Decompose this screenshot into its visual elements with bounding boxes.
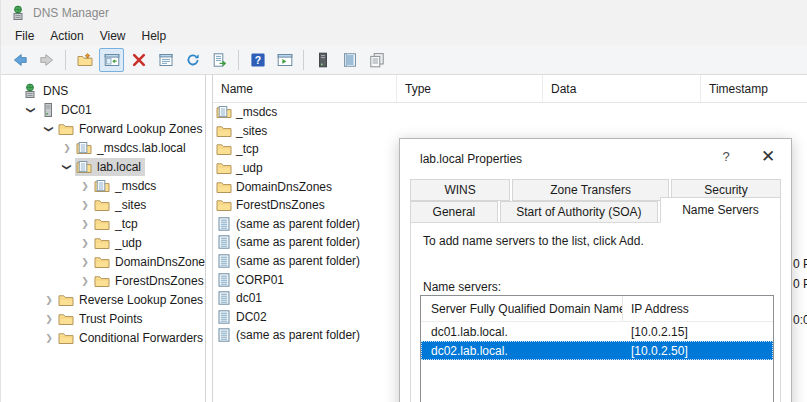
record-name: (same as parent folder)	[236, 217, 360, 231]
zone-icon	[94, 178, 110, 194]
fqdn-column-header[interactable]: Server Fully Qualified Domain Name (FQDN…	[421, 296, 622, 321]
collapsed-chevron-icon[interactable]: ❯	[77, 257, 93, 267]
tree-item-tcp[interactable]: ❯_tcp	[1, 214, 205, 233]
up-one-level-icon	[77, 52, 93, 68]
column-header-name[interactable]: Name	[213, 75, 397, 102]
tree-node[interactable]: DomainDnsZones	[93, 253, 206, 271]
list-header: Name Type Data Timestamp	[213, 75, 807, 103]
menu-file[interactable]: File	[7, 29, 42, 43]
folder-icon	[94, 235, 110, 251]
tab-name-servers[interactable]: Name Servers	[660, 197, 781, 223]
tree-item-label: Conditional Forwarders	[79, 331, 203, 345]
up-one-level-button[interactable]	[72, 48, 97, 72]
tree-node[interactable]: _msdcs.lab.local	[75, 139, 190, 157]
tree-node[interactable]: Conditional Forwarders	[57, 329, 206, 347]
name-server-row-dc01-lab-local[interactable]: dc01.lab.local.[10.0.2.15]	[421, 322, 773, 341]
back-button[interactable]	[7, 48, 32, 72]
tree-node[interactable]: Trust Points	[57, 310, 147, 328]
record-list-button[interactable]	[337, 48, 362, 72]
instruction-text: To add name servers to the list, click A…	[411, 223, 780, 248]
name-server-row-dc02-lab-local[interactable]: dc02.lab.local.[10.0.2.50]	[421, 341, 773, 360]
tree-item-sites[interactable]: ❯_sites	[1, 195, 205, 214]
dns-manager-icon	[10, 5, 26, 21]
tree-node[interactable]: Forward Lookup Zones	[57, 120, 206, 138]
tree-node[interactable]: Reverse Lookup Zones	[57, 291, 206, 309]
tree-node[interactable]: _tcp	[93, 215, 142, 233]
refresh-button[interactable]	[180, 48, 205, 72]
tree-item-forestdnszones[interactable]: ❯ForestDnsZones	[1, 271, 205, 290]
export-list-button[interactable]	[207, 48, 232, 72]
tree-item-reverse-lookup-zones[interactable]: ❯Reverse Lookup Zones	[1, 290, 205, 309]
tree-item-label: _tcp	[115, 217, 138, 231]
record-icon	[216, 290, 232, 306]
fqdn-cell: dc01.lab.local.	[421, 325, 622, 339]
menu-view[interactable]: View	[92, 29, 134, 43]
tree-item-forward-lookup-zones[interactable]: ❯Forward Lookup Zones	[1, 119, 205, 138]
tree-item-msdcs-lab-local[interactable]: ❯_msdcs.lab.local	[1, 138, 205, 157]
collapsed-chevron-icon[interactable]: ❯	[77, 200, 93, 210]
tab-row-lower: GeneralStart of Authority (SOA)Name Serv…	[410, 201, 781, 223]
tree-item-domaindnszones[interactable]: ❯DomainDnsZones	[1, 252, 205, 271]
collapsed-chevron-icon[interactable]: ❯	[59, 143, 75, 153]
delete-button[interactable]	[126, 48, 151, 72]
collapsed-chevron-icon[interactable]: ❯	[41, 333, 57, 343]
tree-item-dns[interactable]: DNS	[1, 81, 205, 100]
console-tree: DNS❯DC01❯Forward Lookup Zones❯_msdcs.lab…	[1, 75, 206, 402]
tree-item-udp[interactable]: ❯_udp	[1, 233, 205, 252]
forward-button[interactable]	[34, 48, 59, 72]
tree-node[interactable]: DNS	[21, 82, 72, 100]
tree-item-conditional-forwarders[interactable]: ❯Conditional Forwarders	[1, 328, 205, 347]
name-servers-listbox: Server Fully Qualified Domain Name (FQDN…	[420, 295, 774, 402]
dialog-title: lab.local Properties	[420, 152, 522, 166]
server-button[interactable]	[310, 48, 335, 72]
column-header-timestamp[interactable]: Timestamp	[701, 75, 807, 102]
expanded-chevron-icon[interactable]: ❯	[62, 159, 72, 175]
collapsed-chevron-icon[interactable]: ❯	[41, 295, 57, 305]
menubar: FileActionViewHelp	[1, 26, 807, 45]
properties-dialog: lab.local Properties ? ✕ WINSZone Transf…	[399, 138, 792, 402]
properties-button[interactable]	[153, 48, 178, 72]
tab-zone-transfers[interactable]: Zone Transfers	[512, 179, 669, 201]
menu-action[interactable]: Action	[42, 29, 91, 43]
collapsed-chevron-icon[interactable]: ❯	[77, 238, 93, 248]
collapsed-chevron-icon[interactable]: ❯	[77, 219, 93, 229]
tree-item-lab-local[interactable]: ❯lab.local	[1, 157, 205, 176]
tree-item-msdcs[interactable]: ❯_msdcs	[1, 176, 205, 195]
menu-help[interactable]: Help	[134, 29, 175, 43]
server-icon	[40, 102, 56, 118]
record-row-msdcs[interactable]: _msdcs	[213, 103, 807, 122]
tree-item-dc01[interactable]: ❯DC01	[1, 100, 205, 119]
tree-node[interactable]: _sites	[93, 196, 150, 214]
show-window-button[interactable]	[272, 48, 297, 72]
ip-address-column-header[interactable]: IP Address	[622, 296, 773, 321]
show-console-tree-button[interactable]	[99, 48, 124, 72]
tree-node[interactable]: _msdcs	[93, 177, 160, 195]
column-header-data[interactable]: Data	[543, 75, 701, 102]
tab-start-of-authority-soa[interactable]: Start of Authority (SOA)	[500, 201, 658, 223]
tree-item-trust-points[interactable]: ❯Trust Points	[1, 309, 205, 328]
clipped-timestamp-text: 0 P	[793, 277, 807, 291]
expanded-chevron-icon[interactable]: ❯	[26, 102, 36, 118]
tree-item-label: _sites	[115, 198, 146, 212]
copy-icon	[369, 52, 385, 68]
copy-button[interactable]	[364, 48, 389, 72]
column-header-type[interactable]: Type	[397, 75, 543, 102]
collapsed-chevron-icon[interactable]: ❯	[77, 276, 93, 286]
dialog-help-button[interactable]: ?	[715, 149, 737, 164]
dns-manager-window: DNS Manager FileActionViewHelp ? DNS❯DC0…	[0, 0, 807, 402]
record-name: (same as parent folder)	[236, 235, 360, 249]
help-button[interactable]: ?	[245, 48, 270, 72]
dialog-close-button[interactable]: ✕	[755, 146, 781, 167]
folder-icon	[58, 311, 74, 327]
tab-wins[interactable]: WINS	[410, 179, 510, 201]
toolbar: ?	[1, 45, 807, 75]
collapsed-chevron-icon[interactable]: ❯	[41, 314, 57, 324]
collapsed-chevron-icon[interactable]: ❯	[77, 181, 93, 191]
expanded-chevron-icon[interactable]: ❯	[44, 121, 54, 137]
tree-node[interactable]: ForestDnsZones	[93, 272, 206, 290]
tree-node[interactable]: DC01	[39, 101, 96, 119]
tree-node[interactable]: lab.local	[75, 158, 145, 176]
tab-general[interactable]: General	[410, 201, 498, 223]
tree-item-label: Forward Lookup Zones	[79, 122, 202, 136]
tree-node[interactable]: _udp	[93, 234, 146, 252]
